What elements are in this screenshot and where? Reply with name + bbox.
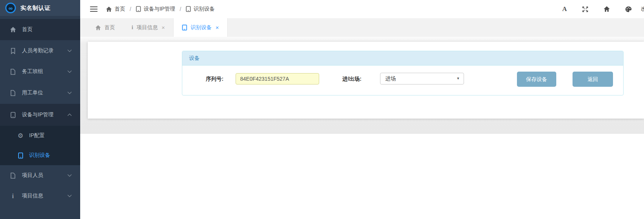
sidebar-item-label: 项目信息 (22, 192, 43, 199)
tab-bar: 首页 i 项目信息 × 识别设备 × (80, 18, 644, 37)
topbar-actions: A 改 (547, 5, 644, 13)
sidebar-item-recognition-device[interactable]: 识别设备 (0, 145, 80, 165)
select-arrow-icon: ▼ (456, 73, 460, 84)
breadcrumb: 首页 / 设备与IP管理 / 识别设备 (106, 6, 215, 13)
app-title: 实名制认证 (20, 5, 51, 12)
panel-title: 设备 (182, 51, 623, 66)
tablet-icon (17, 152, 24, 159)
tab-label: 项目信息 (137, 24, 158, 31)
bookmark-icon (9, 48, 17, 54)
home-icon (9, 27, 17, 33)
chevron-down-icon (67, 174, 72, 177)
save-device-button[interactable]: 保存设备 (517, 72, 556, 87)
sidebar-item-home[interactable]: 首页 (0, 19, 80, 40)
sidebar-item-labor-teams[interactable]: 务工班组 (0, 61, 80, 82)
tab-label: 首页 (104, 24, 115, 31)
logo-bar: ∞ 实名制认证 (0, 0, 80, 16)
back-button[interactable]: 返回 (573, 72, 613, 87)
panel-body: 序列号: 进/出场: 进场 ▼ 保存设备 返回 (182, 66, 623, 95)
sidebar-item-label: 识别设备 (29, 152, 50, 159)
close-icon[interactable]: × (216, 24, 219, 31)
breadcrumb-label: 设备与IP管理 (144, 6, 175, 13)
selected-option: 进场 (385, 75, 396, 81)
sidebar-item-ip-config[interactable]: ⚙ IP配置 (0, 126, 80, 145)
home-icon (106, 6, 112, 12)
tab-home[interactable]: 首页 (87, 18, 123, 37)
file-icon (9, 172, 17, 179)
sidebar-item-label: 项目人员 (22, 172, 43, 179)
sidebar-toggle-button[interactable] (90, 5, 98, 13)
chevron-up-icon (67, 113, 72, 116)
sidebar-item-label: 设备与IP管理 (22, 111, 53, 118)
entry-exit-label: 进/出场: (318, 73, 362, 84)
top-navbar: 首页 / 设备与IP管理 / 识别设备 A (80, 0, 644, 18)
breadcrumb-separator: / (180, 6, 181, 12)
tablet-icon (9, 112, 17, 118)
sidebar-item-attendance-records[interactable]: 人员考勤记录 (0, 40, 80, 61)
content-wrapper: 设备 序列号: 进/出场: 进场 ▼ 保存设备 返回 (80, 37, 644, 134)
tab-project-info[interactable]: i 项目信息 × (123, 18, 173, 37)
font-size-icon[interactable]: A (562, 5, 567, 13)
info-icon: i (9, 193, 17, 199)
tablet-icon (136, 6, 141, 12)
palette-icon[interactable] (625, 6, 632, 13)
file-icon (9, 90, 17, 96)
tab-recognition-device[interactable]: 识别设备 × (173, 18, 228, 37)
sidebar-item-label: 首页 (22, 26, 33, 33)
close-icon[interactable]: × (161, 24, 165, 31)
gear-icon: ⚙ (17, 133, 24, 139)
sidebar-item-employers[interactable]: 用工单位 (0, 82, 80, 104)
breadcrumb-label: 识别设备 (194, 6, 215, 13)
entry-exit-select[interactable]: 进场 ▼ (380, 73, 464, 84)
chevron-down-icon (67, 49, 72, 52)
sidebar-item-project-personnel[interactable]: 项目人员 (0, 165, 80, 186)
content-card: 设备 序列号: 进/出场: 进场 ▼ 保存设备 返回 (88, 42, 644, 119)
sidebar-item-project-info[interactable]: i 项目信息 (0, 186, 80, 206)
main-content: 设备 序列号: 进/出场: 进场 ▼ 保存设备 返回 (80, 37, 644, 219)
sidebar: ∞ 实名制认证 首页 人员考勤记录 务工班组 (0, 0, 80, 219)
sidebar-item-label: 用工单位 (22, 89, 43, 96)
breadcrumb-separator: / (130, 6, 131, 12)
breadcrumb-item-home[interactable]: 首页 (106, 6, 125, 13)
sidebar-item-label: 务工班组 (22, 68, 43, 75)
sidebar-item-device-ip-management[interactable]: 设备与IP管理 (0, 104, 80, 126)
tablet-icon (182, 25, 187, 31)
home-icon[interactable] (604, 6, 610, 12)
tab-label: 识别设备 (191, 24, 212, 31)
tablet-icon (186, 6, 191, 12)
home-icon (95, 25, 101, 30)
chevron-down-icon (67, 91, 72, 94)
file-icon (9, 69, 17, 75)
sidebar-submenu-device-ip: ⚙ IP配置 识别设备 (0, 126, 80, 165)
serial-number-label: 序列号: (182, 73, 223, 84)
fullscreen-icon[interactable] (582, 6, 588, 13)
breadcrumb-item-device-ip-management[interactable]: 设备与IP管理 (136, 6, 175, 13)
device-panel: 设备 序列号: 进/出场: 进场 ▼ 保存设备 返回 (182, 51, 624, 95)
chevron-down-icon (67, 194, 72, 197)
serial-number-input[interactable] (236, 73, 319, 84)
breadcrumb-label: 首页 (115, 6, 125, 13)
app-window: ∞ 实名制认证 首页 人员考勤记录 务工班组 (0, 0, 644, 219)
breadcrumb-item-recognition-device[interactable]: 识别设备 (186, 6, 215, 13)
sidebar-item-label: IP配置 (29, 132, 45, 139)
app-logo-icon: ∞ (5, 3, 16, 13)
user-menu-text[interactable]: 改 (641, 6, 644, 13)
chevron-down-icon (67, 70, 72, 73)
info-icon: i (132, 25, 133, 30)
sidebar-item-label: 人员考勤记录 (22, 47, 54, 54)
